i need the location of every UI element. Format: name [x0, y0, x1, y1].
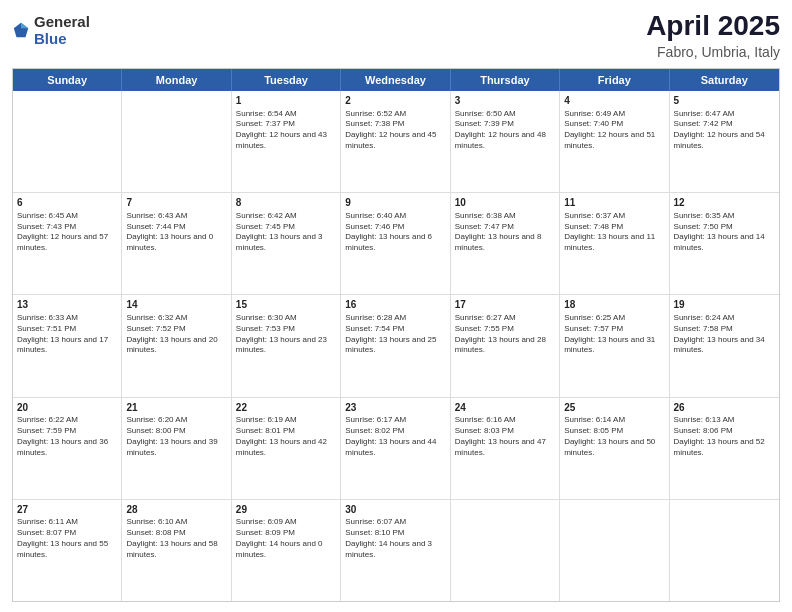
cell-text: Daylight: 13 hours and 25 minutes. — [345, 335, 445, 357]
calendar-cell: 12Sunrise: 6:35 AMSunset: 7:50 PMDayligh… — [670, 193, 779, 294]
calendar-cell: 19Sunrise: 6:24 AMSunset: 7:58 PMDayligh… — [670, 295, 779, 396]
cell-text: Daylight: 13 hours and 31 minutes. — [564, 335, 664, 357]
cell-text: Daylight: 12 hours and 45 minutes. — [345, 130, 445, 152]
day-number: 1 — [236, 94, 336, 108]
calendar-cell: 8Sunrise: 6:42 AMSunset: 7:45 PMDaylight… — [232, 193, 341, 294]
cell-text: Daylight: 12 hours and 57 minutes. — [17, 232, 117, 254]
cell-text: Sunrise: 6:33 AM — [17, 313, 117, 324]
calendar-cell: 1Sunrise: 6:54 AMSunset: 7:37 PMDaylight… — [232, 91, 341, 192]
calendar-cell: 17Sunrise: 6:27 AMSunset: 7:55 PMDayligh… — [451, 295, 560, 396]
cell-text: Sunrise: 6:28 AM — [345, 313, 445, 324]
cell-text: Sunrise: 6:42 AM — [236, 211, 336, 222]
cell-text: Daylight: 13 hours and 0 minutes. — [126, 232, 226, 254]
cell-text: Sunrise: 6:13 AM — [674, 415, 775, 426]
calendar-cell: 9Sunrise: 6:40 AMSunset: 7:46 PMDaylight… — [341, 193, 450, 294]
calendar-cell: 22Sunrise: 6:19 AMSunset: 8:01 PMDayligh… — [232, 398, 341, 499]
calendar-header-day: Friday — [560, 69, 669, 91]
cell-text: Sunrise: 6:45 AM — [17, 211, 117, 222]
cell-text: Sunrise: 6:54 AM — [236, 109, 336, 120]
calendar-week-row: 1Sunrise: 6:54 AMSunset: 7:37 PMDaylight… — [13, 91, 779, 193]
cell-text: Sunrise: 6:19 AM — [236, 415, 336, 426]
svg-marker-1 — [21, 22, 28, 27]
day-number: 28 — [126, 503, 226, 517]
day-number: 23 — [345, 401, 445, 415]
calendar-header-day: Wednesday — [341, 69, 450, 91]
logo-blue: Blue — [34, 31, 90, 48]
calendar: SundayMondayTuesdayWednesdayThursdayFrid… — [12, 68, 780, 602]
calendar-cell: 16Sunrise: 6:28 AMSunset: 7:54 PMDayligh… — [341, 295, 450, 396]
calendar-header-day: Saturday — [670, 69, 779, 91]
logo-general: General — [34, 14, 90, 31]
cell-text: Sunset: 8:10 PM — [345, 528, 445, 539]
day-number: 3 — [455, 94, 555, 108]
cell-text: Daylight: 13 hours and 6 minutes. — [345, 232, 445, 254]
cell-text: Sunrise: 6:14 AM — [564, 415, 664, 426]
day-number: 17 — [455, 298, 555, 312]
cell-text: Daylight: 12 hours and 48 minutes. — [455, 130, 555, 152]
cell-text: Sunset: 7:53 PM — [236, 324, 336, 335]
main-title: April 2025 — [646, 10, 780, 42]
cell-text: Daylight: 13 hours and 36 minutes. — [17, 437, 117, 459]
calendar-cell — [13, 91, 122, 192]
cell-text: Sunset: 8:00 PM — [126, 426, 226, 437]
day-number: 20 — [17, 401, 117, 415]
calendar-cell: 28Sunrise: 6:10 AMSunset: 8:08 PMDayligh… — [122, 500, 231, 601]
calendar-header-day: Sunday — [13, 69, 122, 91]
title-block: April 2025 Fabro, Umbria, Italy — [646, 10, 780, 60]
calendar-cell: 18Sunrise: 6:25 AMSunset: 7:57 PMDayligh… — [560, 295, 669, 396]
day-number: 24 — [455, 401, 555, 415]
day-number: 29 — [236, 503, 336, 517]
cell-text: Daylight: 13 hours and 11 minutes. — [564, 232, 664, 254]
calendar-cell: 25Sunrise: 6:14 AMSunset: 8:05 PMDayligh… — [560, 398, 669, 499]
cell-text: Sunrise: 6:47 AM — [674, 109, 775, 120]
calendar-header-day: Tuesday — [232, 69, 341, 91]
cell-text: Sunset: 7:47 PM — [455, 222, 555, 233]
cell-text: Daylight: 13 hours and 52 minutes. — [674, 437, 775, 459]
calendar-cell: 26Sunrise: 6:13 AMSunset: 8:06 PMDayligh… — [670, 398, 779, 499]
cell-text: Daylight: 12 hours and 43 minutes. — [236, 130, 336, 152]
day-number: 26 — [674, 401, 775, 415]
calendar-cell: 4Sunrise: 6:49 AMSunset: 7:40 PMDaylight… — [560, 91, 669, 192]
cell-text: Daylight: 13 hours and 42 minutes. — [236, 437, 336, 459]
calendar-cell — [451, 500, 560, 601]
cell-text: Daylight: 13 hours and 34 minutes. — [674, 335, 775, 357]
cell-text: Sunset: 7:44 PM — [126, 222, 226, 233]
cell-text: Sunset: 7:52 PM — [126, 324, 226, 335]
cell-text: Daylight: 13 hours and 20 minutes. — [126, 335, 226, 357]
cell-text: Daylight: 13 hours and 3 minutes. — [236, 232, 336, 254]
day-number: 11 — [564, 196, 664, 210]
cell-text: Sunset: 7:51 PM — [17, 324, 117, 335]
cell-text: Sunrise: 6:52 AM — [345, 109, 445, 120]
cell-text: Sunrise: 6:09 AM — [236, 517, 336, 528]
cell-text: Sunset: 7:45 PM — [236, 222, 336, 233]
day-number: 13 — [17, 298, 117, 312]
calendar-week-row: 6Sunrise: 6:45 AMSunset: 7:43 PMDaylight… — [13, 193, 779, 295]
cell-text: Daylight: 13 hours and 44 minutes. — [345, 437, 445, 459]
day-number: 7 — [126, 196, 226, 210]
cell-text: Sunset: 7:37 PM — [236, 119, 336, 130]
day-number: 4 — [564, 94, 664, 108]
cell-text: Sunset: 7:57 PM — [564, 324, 664, 335]
calendar-cell: 27Sunrise: 6:11 AMSunset: 8:07 PMDayligh… — [13, 500, 122, 601]
day-number: 30 — [345, 503, 445, 517]
calendar-cell: 7Sunrise: 6:43 AMSunset: 7:44 PMDaylight… — [122, 193, 231, 294]
calendar-header-day: Thursday — [451, 69, 560, 91]
calendar-cell: 2Sunrise: 6:52 AMSunset: 7:38 PMDaylight… — [341, 91, 450, 192]
cell-text: Daylight: 14 hours and 0 minutes. — [236, 539, 336, 561]
day-number: 27 — [17, 503, 117, 517]
calendar-cell: 24Sunrise: 6:16 AMSunset: 8:03 PMDayligh… — [451, 398, 560, 499]
cell-text: Daylight: 13 hours and 47 minutes. — [455, 437, 555, 459]
logo-icon — [12, 21, 30, 39]
day-number: 21 — [126, 401, 226, 415]
cell-text: Sunset: 7:59 PM — [17, 426, 117, 437]
calendar-cell: 10Sunrise: 6:38 AMSunset: 7:47 PMDayligh… — [451, 193, 560, 294]
calendar-cell — [560, 500, 669, 601]
day-number: 12 — [674, 196, 775, 210]
calendar-cell: 13Sunrise: 6:33 AMSunset: 7:51 PMDayligh… — [13, 295, 122, 396]
cell-text: Sunset: 8:07 PM — [17, 528, 117, 539]
cell-text: Sunrise: 6:25 AM — [564, 313, 664, 324]
cell-text: Sunrise: 6:10 AM — [126, 517, 226, 528]
page: General Blue April 2025 Fabro, Umbria, I… — [0, 0, 792, 612]
cell-text: Sunrise: 6:43 AM — [126, 211, 226, 222]
calendar-week-row: 27Sunrise: 6:11 AMSunset: 8:07 PMDayligh… — [13, 500, 779, 601]
